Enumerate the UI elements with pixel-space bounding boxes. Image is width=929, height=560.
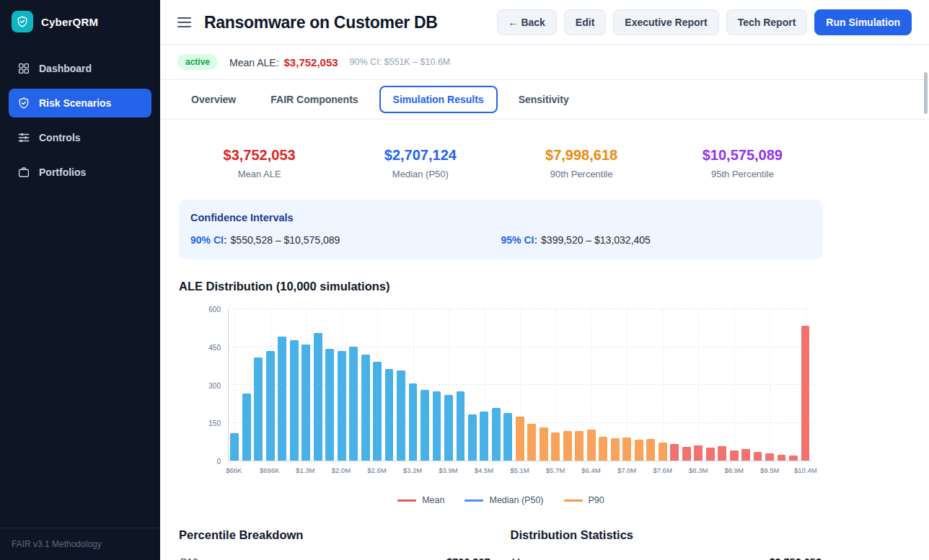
bar-slot — [514, 309, 526, 461]
page-header: Ransomware on Customer DB ← Back Edit Ex… — [160, 0, 929, 44]
confidence-intervals-title: Confidence Intervals — [190, 212, 811, 223]
sidebar-item-controls[interactable]: Controls — [9, 123, 151, 152]
bar-slot — [443, 309, 454, 461]
status-badge: active — [177, 54, 218, 70]
scrollbar-thumb[interactable] — [924, 72, 928, 114]
histogram-bar[interactable] — [433, 391, 441, 461]
histogram-bar[interactable] — [754, 452, 762, 461]
histogram-bar[interactable] — [801, 326, 810, 461]
bar-slot — [312, 309, 323, 461]
bar-slot — [538, 309, 550, 461]
histogram-bar[interactable] — [361, 355, 370, 461]
histogram-bar[interactable] — [718, 446, 726, 461]
histogram-bar[interactable] — [765, 453, 774, 461]
histogram-bar[interactable] — [503, 413, 512, 461]
x-axis-tick-label: $7.6M — [653, 466, 672, 474]
bar-slot — [645, 309, 656, 461]
tab-overview[interactable]: Overview — [177, 86, 250, 113]
histogram-bar[interactable] — [599, 437, 607, 461]
histogram-bar[interactable] — [457, 391, 465, 461]
histogram-bar[interactable] — [492, 408, 501, 461]
histogram-bar[interactable] — [301, 345, 310, 461]
histogram-bar[interactable] — [670, 444, 679, 461]
ci-95-label: 95% CI: — [501, 234, 538, 246]
legend-marker — [464, 499, 483, 502]
bar-slot — [335, 309, 347, 461]
legend-item-p90[interactable]: P90 — [564, 495, 604, 505]
legend-item-median-p50[interactable]: Median (P50) — [464, 495, 543, 505]
histogram-bar[interactable] — [778, 455, 786, 461]
sidebar-item-dashboard[interactable]: Dashboard — [9, 54, 151, 83]
histogram-bar[interactable] — [789, 455, 798, 461]
brand-name: CyberQRM — [41, 16, 98, 28]
histogram-bar[interactable] — [682, 447, 691, 461]
histogram-bar[interactable] — [730, 450, 739, 461]
histogram-bar[interactable] — [373, 362, 382, 461]
histogram-bar[interactable] — [611, 438, 620, 461]
hamburger-menu-icon[interactable] — [177, 17, 191, 27]
tech-report-button[interactable]: Tech Report — [726, 9, 808, 35]
histogram-bar[interactable] — [278, 337, 286, 461]
ci-summary: 90% CI: $551K – $10.6M — [350, 57, 451, 67]
back-button[interactable]: ← Back — [497, 9, 557, 35]
sidebar-nav: DashboardRisk ScenariosControlsPortfolio… — [0, 40, 160, 528]
ci-95-value: $399,520 – $13,032,405 — [541, 234, 651, 246]
histogram-bar[interactable] — [706, 448, 715, 461]
x-axis-tick-label: $6.4M — [581, 466, 600, 474]
tab-simulation-results[interactable]: Simulation Results — [379, 86, 498, 113]
sidebar-item-risk-scenarios[interactable]: Risk Scenarios — [9, 89, 151, 117]
histogram-bar[interactable] — [468, 414, 477, 461]
x-axis-tick-label: $10.4M — [794, 466, 817, 474]
histogram-bar[interactable] — [480, 412, 488, 461]
stat-95th-percentile: $10,575,08995th Percentile — [662, 147, 823, 179]
edit-button[interactable]: Edit — [564, 9, 606, 35]
tab-sensitivity[interactable]: Sensitivity — [505, 86, 583, 113]
histogram-bar[interactable] — [551, 432, 560, 461]
histogram-bar[interactable] — [266, 351, 275, 461]
x-axis-tick-label: $8.9M — [724, 466, 743, 474]
table-row: P10$796,367 — [179, 548, 492, 560]
histogram-bar[interactable] — [325, 349, 334, 461]
sidebar-item-portfolios[interactable]: Portfolios — [9, 158, 151, 187]
histogram-bar[interactable] — [242, 394, 251, 461]
tab-fair-components[interactable]: FAIR Components — [257, 86, 371, 113]
bar-slot — [716, 309, 728, 461]
histogram-bar[interactable] — [694, 445, 703, 461]
histogram-bar[interactable] — [635, 440, 643, 461]
bar-slot — [490, 309, 502, 461]
histogram-bar[interactable] — [659, 443, 667, 461]
histogram-bar[interactable] — [254, 357, 263, 461]
y-axis-tick-label: 150 — [208, 419, 221, 427]
histogram-bar[interactable] — [540, 427, 548, 461]
bar-slot — [680, 309, 692, 461]
bar-slot — [669, 309, 680, 461]
histogram-bar[interactable] — [444, 395, 453, 461]
histogram-bar[interactable] — [563, 431, 572, 461]
histogram-bar[interactable] — [338, 351, 346, 461]
executive-report-button[interactable]: Executive Report — [613, 9, 718, 35]
histogram-bar[interactable] — [385, 369, 394, 461]
histogram-bar[interactable] — [290, 340, 299, 461]
legend-marker — [564, 499, 583, 502]
histogram-bar[interactable] — [516, 417, 524, 461]
histogram-bar[interactable] — [622, 437, 631, 461]
histogram-bar[interactable] — [646, 439, 655, 461]
histogram-bar[interactable] — [587, 430, 596, 461]
run-simulation-button[interactable]: Run Simulation — [814, 9, 912, 35]
stat-value: $10,575,089 — [662, 147, 823, 164]
histogram-bar[interactable] — [575, 431, 584, 461]
bar-slot — [288, 309, 299, 461]
histogram-bar[interactable] — [397, 370, 405, 461]
histogram-bar[interactable] — [349, 347, 358, 461]
distribution-statistics-rows: Mean$3,752,053 — [511, 548, 824, 560]
histogram-bar[interactable] — [741, 449, 750, 461]
stat-label: 95th Percentile — [662, 169, 823, 179]
histogram-bar[interactable] — [527, 424, 536, 461]
histogram-bar[interactable] — [230, 433, 239, 461]
histogram-bar[interactable] — [314, 333, 322, 461]
brand-shield-icon — [12, 11, 33, 32]
histogram-bar[interactable] — [409, 383, 418, 461]
bar-slot — [467, 309, 478, 461]
legend-item-mean[interactable]: Mean — [397, 495, 444, 505]
histogram-bar[interactable] — [421, 390, 429, 461]
